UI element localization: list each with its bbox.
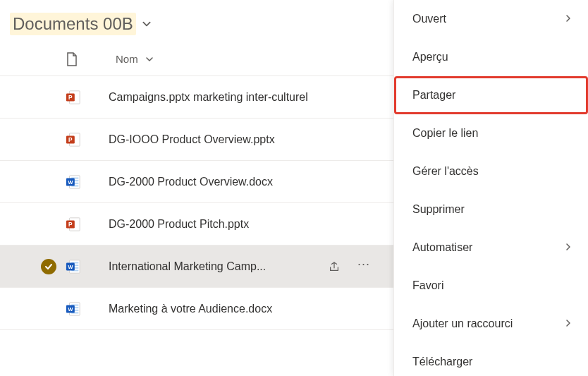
- file-name: DG-2000 Product Pitch.pptx: [109, 218, 249, 231]
- svg-text:W: W: [68, 263, 73, 269]
- menu-item-manage-access[interactable]: Gérer l'accès: [394, 152, 588, 190]
- menu-label: Ajouter un raccourci: [412, 317, 513, 330]
- menu-item-automate[interactable]: Automatiser: [394, 229, 588, 267]
- chevron-down-icon[interactable]: [142, 19, 152, 29]
- word-icon: W: [65, 258, 82, 275]
- svg-text:P: P: [68, 94, 73, 100]
- word-icon: W: [65, 301, 82, 317]
- more-actions-icon[interactable]: ···: [351, 254, 376, 279]
- powerpoint-icon: P: [65, 89, 82, 106]
- file-name: Campaigns.pptx marketing inter-culturel: [109, 91, 308, 104]
- file-name: DG-2000 Product Overview.docx: [109, 176, 273, 188]
- svg-text:P: P: [68, 221, 73, 227]
- library-title[interactable]: Documents 00B: [10, 13, 136, 35]
- svg-text:W: W: [68, 178, 73, 185]
- filetype-column-icon[interactable]: [63, 52, 80, 66]
- menu-label: Aperçu: [412, 51, 448, 63]
- menu-label: Automatiser: [412, 241, 472, 254]
- menu-item-favorite[interactable]: Favori: [394, 267, 588, 305]
- word-icon: W: [65, 174, 82, 190]
- menu-label: Gérer l'accès: [412, 165, 479, 178]
- file-name: International Marketing Camp...: [109, 260, 266, 273]
- menu-item-delete[interactable]: Supprimer: [394, 190, 588, 229]
- chevron-down-icon: [145, 55, 154, 63]
- powerpoint-icon: P: [65, 216, 82, 233]
- powerpoint-icon: P: [65, 131, 82, 148]
- file-name: Marketing à votre Audience.docx: [109, 303, 272, 315]
- menu-label: Partager: [412, 89, 455, 102]
- chevron-right-icon: [564, 241, 572, 254]
- selected-check-icon[interactable]: [41, 259, 56, 274]
- menu-label: Ouvert: [412, 13, 446, 25]
- row-actions: ···: [321, 254, 376, 279]
- menu-item-share[interactable]: Partager: [394, 76, 588, 114]
- menu-item-copy-link[interactable]: Copier le lien: [394, 114, 588, 152]
- menu-label: Copier le lien: [412, 127, 478, 140]
- name-column-label: Nom: [116, 53, 138, 65]
- share-icon[interactable]: [321, 254, 347, 279]
- menu-item-download[interactable]: Télécharger: [394, 343, 588, 376]
- menu-label: Télécharger: [412, 356, 472, 368]
- file-name: DG-IOOO Product Overview.pptx: [109, 133, 275, 146]
- chevron-right-icon: [564, 317, 572, 330]
- menu-item-preview[interactable]: Aperçu: [394, 38, 588, 76]
- svg-text:W: W: [68, 305, 73, 312]
- menu-item-open[interactable]: Ouvert: [394, 0, 588, 38]
- menu-item-add-shortcut[interactable]: Ajouter un raccourci: [394, 305, 588, 343]
- svg-text:P: P: [68, 136, 73, 142]
- menu-label: Favori: [412, 279, 443, 292]
- context-menu: Ouvert Aperçu Partager Copier le lien Gé…: [393, 0, 588, 376]
- name-column-header[interactable]: Nom: [116, 53, 154, 65]
- chevron-right-icon: [564, 13, 572, 25]
- menu-label: Supprimer: [412, 203, 465, 216]
